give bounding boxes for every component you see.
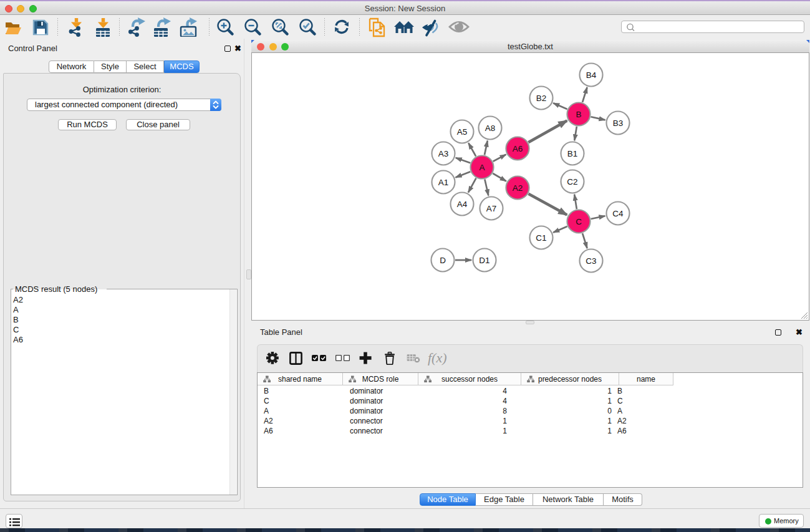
- svg-text:A2: A2: [513, 183, 523, 193]
- svg-text:C2: C2: [567, 177, 577, 186]
- svg-text:A6: A6: [513, 144, 523, 153]
- svg-text:A7: A7: [486, 204, 497, 213]
- svg-text:B3: B3: [613, 118, 624, 128]
- svg-text:B1: B1: [567, 149, 578, 158]
- svg-text:D: D: [440, 256, 446, 265]
- svg-text:C4: C4: [612, 209, 624, 218]
- svg-text:C: C: [576, 217, 582, 226]
- svg-text:B: B: [576, 110, 581, 119]
- svg-text:C1: C1: [536, 233, 546, 243]
- svg-text:D1: D1: [479, 256, 489, 265]
- svg-text:A5: A5: [457, 127, 468, 137]
- svg-text:A3: A3: [438, 149, 449, 158]
- svg-text:A4: A4: [457, 200, 468, 209]
- svg-text:B2: B2: [536, 94, 547, 103]
- svg-text:A8: A8: [485, 123, 496, 133]
- svg-text:A1: A1: [438, 178, 449, 187]
- svg-text:C3: C3: [586, 256, 596, 266]
- svg-text:A: A: [479, 163, 485, 172]
- svg-text:B4: B4: [586, 70, 597, 80]
